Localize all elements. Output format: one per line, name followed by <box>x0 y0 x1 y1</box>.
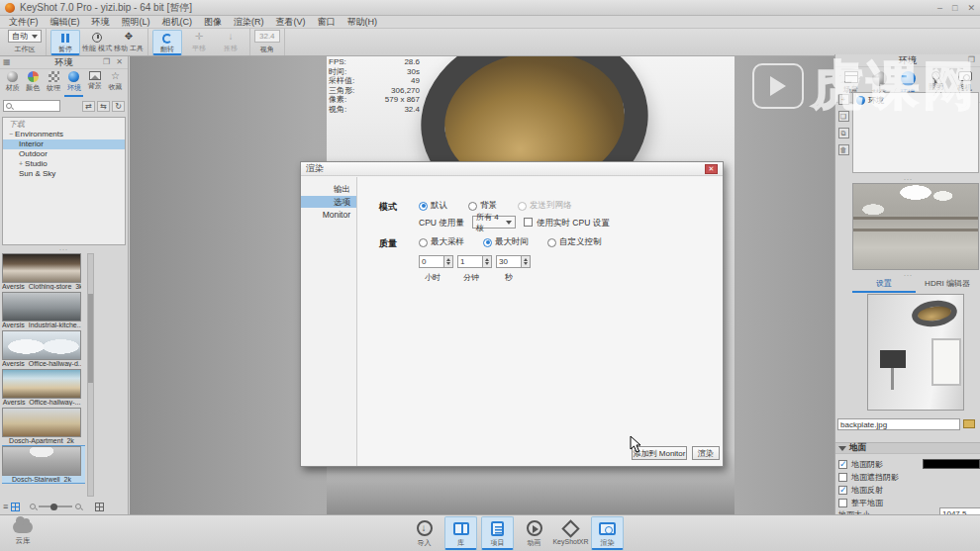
menu-help[interactable]: 帮助(H) <box>343 16 383 29</box>
hours-spinner[interactable]: 0 <box>419 255 453 268</box>
tree-node-environments[interactable]: −Environments <box>3 130 125 139</box>
list-item[interactable]: Aversis_Clothing-store_3k <box>2 253 85 290</box>
menu-view[interactable]: 查看(V) <box>271 16 311 29</box>
nav-item-options[interactable]: 选项 <box>301 196 356 208</box>
list-view-icon[interactable]: ≡ <box>3 503 8 511</box>
ground-section-header[interactable]: 地面 <box>835 442 980 454</box>
menu-camera[interactable]: 相机(C) <box>157 16 198 29</box>
spinner-arrows-icon[interactable] <box>522 255 531 268</box>
menu-image[interactable]: 图像 <box>199 16 227 29</box>
tree-node-studio[interactable]: +Studio <box>3 159 125 169</box>
close-button[interactable]: ✕ <box>967 3 975 13</box>
library-tab-colors[interactable]: 颜色 <box>24 71 43 97</box>
tree-node-downloads[interactable]: 下载 <box>3 120 125 130</box>
tree-node-outdoor[interactable]: Outdoor <box>3 149 125 159</box>
list-item[interactable]: Dosch-Apartment_2k <box>2 408 85 444</box>
mode-network-radio[interactable]: 发送到网络 <box>518 200 572 212</box>
menu-file[interactable]: 文件(F) <box>4 16 44 29</box>
grid-view-icon[interactable] <box>11 503 20 511</box>
search-input[interactable] <box>3 100 60 112</box>
ground-reflections-checkbox[interactable] <box>838 486 847 495</box>
maximize-button[interactable]: □ <box>952 3 957 13</box>
tree-node-sun-sky[interactable]: Sun & Sky <box>3 169 125 179</box>
zoom-in-icon[interactable] <box>75 504 81 509</box>
zoom-out-icon[interactable] <box>30 504 36 509</box>
list-item[interactable]: Aversis_Office-hallway-d... <box>2 330 85 367</box>
spinner-arrows-icon[interactable] <box>444 255 453 268</box>
cloud-library-button[interactable]: 云库 <box>6 518 40 546</box>
dock-render-button[interactable]: 渲染 <box>591 516 624 550</box>
mode-background-radio[interactable]: 背景 <box>468 200 497 212</box>
subtab-settings[interactable]: 设置 <box>852 278 916 293</box>
copy-environment-icon[interactable]: ⧉ <box>838 128 849 138</box>
add-library-icon[interactable] <box>95 503 104 511</box>
dock-library-button[interactable]: 库 <box>444 516 477 550</box>
delete-environment-icon[interactable]: 🗑 <box>838 144 849 155</box>
list-item-selected[interactable]: Dosch-Stairwell_2k <box>2 446 85 483</box>
tree-node-interior[interactable]: Interior <box>3 139 125 149</box>
cpu-cores-dropdown[interactable]: 所有 4 核 <box>472 216 516 229</box>
thumbnail-size-slider[interactable] <box>39 505 72 507</box>
pan-button[interactable]: ✛ 平移 <box>184 30 214 55</box>
close-panel-icon[interactable]: ✕ <box>116 57 125 66</box>
panel-splitter[interactable]: ... <box>835 175 980 182</box>
expand-icon[interactable]: + <box>19 160 23 167</box>
scrollbar-thumb[interactable] <box>88 294 93 383</box>
spinner-arrows-icon[interactable] <box>483 255 492 268</box>
slider-handle[interactable] <box>50 504 57 510</box>
library-tab-backplates[interactable]: 背景 <box>85 71 104 97</box>
render-button[interactable]: 渲染 <box>692 446 720 460</box>
library-tab-favorites[interactable]: ☆ 收藏 <box>106 71 125 97</box>
panel-splitter[interactable]: ... <box>0 245 128 252</box>
dock-animation-button[interactable]: 动画 <box>518 516 550 550</box>
subtab-hdri-editor[interactable]: HDRI 编辑器 <box>916 278 979 293</box>
dock-import-button[interactable]: 导入 <box>408 516 441 550</box>
mode-default-radio[interactable]: 默认 <box>419 200 447 212</box>
nav-item-output[interactable]: 输出 <box>301 183 356 195</box>
quality-max-samples-radio[interactable]: 最大采样 <box>419 236 464 248</box>
float-panel-icon[interactable]: ❐ <box>103 57 112 66</box>
nav-item-monitor[interactable]: Monitor <box>301 209 356 221</box>
add-environment-icon[interactable]: + <box>838 94 849 105</box>
seconds-spinner[interactable]: 30 <box>496 255 531 268</box>
minimize-button[interactable]: – <box>937 3 942 13</box>
hdri-preview[interactable] <box>852 183 979 270</box>
menu-edit[interactable]: 编辑(E) <box>46 16 85 29</box>
dolly-button[interactable]: ↓ 推移 <box>216 30 245 55</box>
minutes-spinner[interactable]: 1 <box>457 255 492 268</box>
fov-value-field[interactable]: 32.4 <box>254 30 280 43</box>
menu-window[interactable]: 窗口 <box>313 16 341 29</box>
collapse-icon[interactable]: − <box>9 131 13 138</box>
dock-project-button[interactable]: 项目 <box>481 516 514 550</box>
ground-shadows-checkbox[interactable] <box>838 460 847 469</box>
tumble-button[interactable]: 翻转 <box>152 30 182 55</box>
environment-list-item[interactable]: 环境 <box>853 93 978 108</box>
occlusion-shadows-checkbox[interactable] <box>838 473 847 482</box>
import-folder-button[interactable]: ⇄ <box>82 101 95 112</box>
flatten-ground-checkbox[interactable] <box>838 499 847 507</box>
list-item[interactable]: Aversis_Office-hallway-... <box>2 369 85 406</box>
library-tab-textures[interactable]: 纹理 <box>45 71 63 97</box>
menu-lighting[interactable]: 照明(L) <box>117 16 155 29</box>
library-tab-environments[interactable]: 环境 <box>64 71 83 97</box>
shadow-color-swatch[interactable] <box>923 459 980 469</box>
backplate-preview[interactable] <box>867 294 964 411</box>
duplicate-environment-icon[interactable]: ❏ <box>838 111 849 122</box>
export-folder-button[interactable]: ⇆ <box>97 101 110 112</box>
performance-mode-button[interactable]: 性能 模式 <box>82 30 112 55</box>
list-item[interactable]: Aversis_Industrial-kitche... <box>2 292 85 328</box>
dock-keyshotxr-button[interactable]: KeyShotXR <box>554 516 587 550</box>
refresh-button[interactable]: ↻ <box>112 101 125 112</box>
workspace-dropdown[interactable]: 自动 <box>8 30 42 43</box>
open-folder-icon[interactable] <box>963 419 975 428</box>
panel-menu-icon[interactable]: ▦ <box>3 57 11 66</box>
dialog-close-button[interactable]: ✕ <box>705 164 718 174</box>
float-panel-icon[interactable]: ❐ <box>968 55 977 64</box>
pause-button[interactable]: 暂停 <box>50 30 80 55</box>
realtime-cpu-checkbox[interactable] <box>524 218 533 227</box>
library-tab-materials[interactable]: 材质 <box>3 71 22 97</box>
menu-render[interactable]: 渲染(R) <box>229 16 269 29</box>
render-dialog-titlebar[interactable]: 渲染 ✕ <box>301 162 723 176</box>
panel-splitter[interactable]: ... <box>835 271 980 278</box>
menu-environment[interactable]: 环境 <box>87 16 115 29</box>
